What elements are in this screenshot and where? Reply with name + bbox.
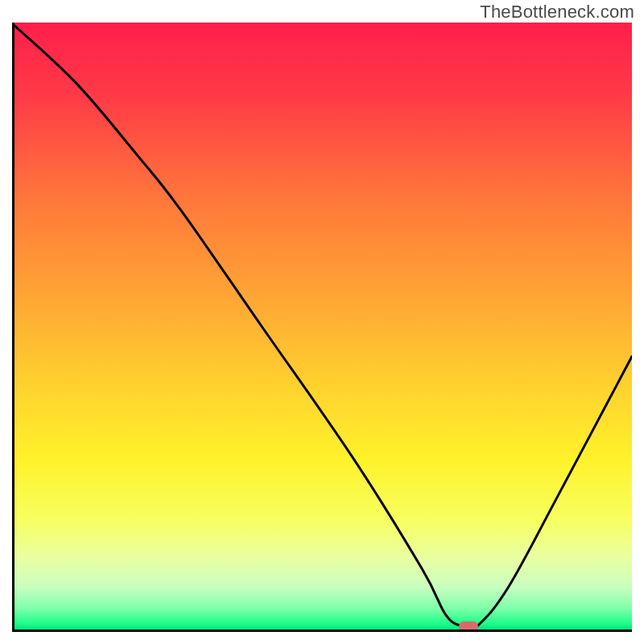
watermark-text: TheBottleneck.com <box>480 2 634 23</box>
plot-area <box>12 23 632 632</box>
plot-inner <box>14 23 632 630</box>
bottleneck-curve <box>14 23 632 630</box>
optimal-marker <box>459 621 478 630</box>
bottleneck-chart: TheBottleneck.com <box>0 0 644 644</box>
